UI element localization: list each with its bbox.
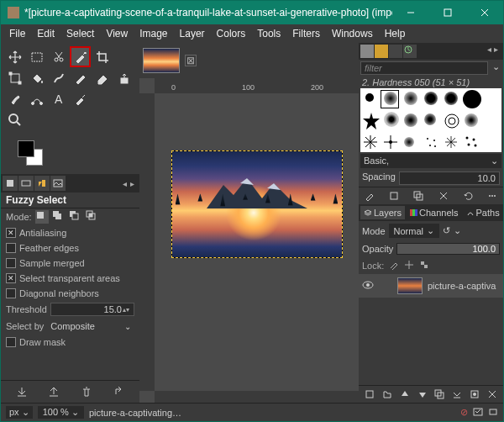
scissors-tool[interactable] xyxy=(48,46,69,67)
mode-replace[interactable] xyxy=(35,210,49,224)
layer-delete-button[interactable] xyxy=(486,388,498,400)
tab-device[interactable] xyxy=(18,176,34,191)
menu-colors[interactable]: Colors xyxy=(212,26,251,41)
threshold-input[interactable]: 15.0▴▾ xyxy=(50,303,134,316)
layer-dup-button[interactable] xyxy=(433,388,445,400)
color-picker-tool[interactable] xyxy=(70,88,91,109)
feather-checkbox[interactable] xyxy=(6,243,16,253)
lock-position-icon[interactable] xyxy=(404,260,414,272)
menu-layer[interactable]: Layer xyxy=(175,26,210,41)
brush-menu-button[interactable] xyxy=(486,190,498,202)
ruler-horizontal[interactable]: 0 100 200 xyxy=(155,78,359,93)
layer-item[interactable]: picture-a-captiva xyxy=(359,274,503,298)
brush-shape-dropdown[interactable]: Basic,⌄ xyxy=(360,154,501,168)
menu-help[interactable]: Help xyxy=(380,26,411,41)
brush-grid[interactable] xyxy=(360,88,501,152)
crop-tool[interactable] xyxy=(92,46,113,67)
brush-del-button[interactable] xyxy=(438,190,449,202)
zoom-tool[interactable] xyxy=(4,109,25,130)
color-swatches[interactable] xyxy=(1,134,139,174)
scrollbar-horizontal[interactable] xyxy=(155,391,359,403)
tab-paths[interactable]: Paths xyxy=(463,206,503,219)
soft-proof-icon[interactable] xyxy=(473,407,483,419)
layer-thumbnail[interactable] xyxy=(397,277,423,294)
dock-tab-patterns[interactable] xyxy=(375,45,388,58)
minimize-button[interactable] xyxy=(392,1,429,24)
fuzzy-select-tool[interactable] xyxy=(70,46,91,67)
smudge-tool[interactable] xyxy=(4,88,25,109)
brush-new-button[interactable] xyxy=(388,190,400,202)
tab-history[interactable] xyxy=(34,176,50,191)
layer-visibility-icon[interactable] xyxy=(362,279,375,293)
opacity-slider[interactable]: 100.0 xyxy=(396,243,500,255)
menu-select[interactable]: Select xyxy=(61,26,99,41)
eraser-tool[interactable] xyxy=(92,67,113,88)
transform-tool[interactable] xyxy=(4,67,25,88)
paintbrush-tool[interactable] xyxy=(70,67,91,88)
tab-menu-caret[interactable]: ◂ xyxy=(123,179,127,188)
fg-color-swatch[interactable] xyxy=(18,140,34,157)
bucket-fill-tool[interactable] xyxy=(26,67,47,88)
text-tool[interactable]: A xyxy=(48,88,69,109)
path-tool[interactable] xyxy=(26,88,47,109)
delete-preset-button[interactable] xyxy=(79,384,94,399)
layer-new-button[interactable] xyxy=(364,388,375,400)
layer-merge-button[interactable] xyxy=(451,388,463,400)
canvas-viewport[interactable] xyxy=(155,93,359,391)
layer-mask-button[interactable] xyxy=(469,388,480,400)
menu-filters[interactable]: Filters xyxy=(287,26,325,41)
filter-chevron-icon[interactable]: ⌄ xyxy=(490,61,501,75)
image-tab-close[interactable]: ⊠ xyxy=(185,55,197,66)
tab-channels[interactable]: Channels xyxy=(406,206,461,219)
tab-images[interactable] xyxy=(50,176,66,191)
menu-edit[interactable]: Edit xyxy=(32,26,60,41)
brush-dup-button[interactable] xyxy=(412,190,424,202)
spacing-input[interactable]: 10.0 xyxy=(399,171,500,185)
menu-file[interactable]: File xyxy=(4,26,30,41)
mode-intersect[interactable] xyxy=(86,210,99,224)
restore-preset-button[interactable] xyxy=(46,384,61,399)
layer-down-button[interactable] xyxy=(417,388,428,400)
brush-filter-input[interactable]: filter xyxy=(360,61,488,75)
brush-refresh-button[interactable] xyxy=(462,190,474,202)
tab-close-caret[interactable]: ▸ xyxy=(130,179,134,188)
tab-tool-options[interactable] xyxy=(3,176,18,191)
ruler-vertical[interactable] xyxy=(139,93,155,391)
unit-dropdown[interactable]: px ⌄ xyxy=(6,406,33,419)
sample-merged-checkbox[interactable] xyxy=(6,258,16,268)
blend-mode-dropdown[interactable]: Normal⌄ xyxy=(389,224,439,238)
menu-windows[interactable]: Windows xyxy=(327,26,378,41)
rect-select-tool[interactable] xyxy=(26,46,47,67)
close-button[interactable] xyxy=(466,1,503,24)
brush-edit-button[interactable] xyxy=(364,190,375,202)
image-tab-thumbnail[interactable] xyxy=(143,48,180,73)
layer-name[interactable]: picture-a-captiva xyxy=(428,281,496,291)
move-tool[interactable] xyxy=(4,46,25,67)
lock-alpha-icon[interactable] xyxy=(419,260,429,272)
lock-pixels-icon[interactable] xyxy=(389,260,399,272)
mode-add[interactable] xyxy=(52,210,66,224)
antialiasing-checkbox[interactable]: ✕ xyxy=(6,228,16,238)
dock-tab-brushes[interactable] xyxy=(360,45,374,58)
diagonal-checkbox[interactable] xyxy=(6,288,16,298)
menu-view[interactable]: View xyxy=(101,26,133,41)
save-preset-button[interactable] xyxy=(14,384,29,399)
layer-group-button[interactable] xyxy=(381,388,393,400)
mode-reset-icon[interactable]: ↺ xyxy=(443,225,450,236)
reset-preset-button[interactable] xyxy=(111,384,126,399)
maximize-button[interactable] xyxy=(429,1,466,24)
selectby-dropdown[interactable]: Composite⌄ xyxy=(47,319,134,333)
menu-image[interactable]: Image xyxy=(134,26,172,41)
dock-tab-history[interactable] xyxy=(403,45,417,58)
tab-layers[interactable]: Layers xyxy=(360,206,405,219)
drawmask-checkbox[interactable] xyxy=(6,337,16,347)
zoom-dropdown[interactable]: 100 % ⌄ xyxy=(38,406,84,419)
menu-tools[interactable]: Tools xyxy=(252,26,286,41)
chevron-down-icon[interactable]: ⌄ xyxy=(454,225,461,236)
layer-up-button[interactable] xyxy=(399,388,411,400)
transparent-checkbox[interactable]: ✕ xyxy=(6,273,16,283)
mode-subtract[interactable] xyxy=(69,210,82,224)
nav-rect-icon[interactable] xyxy=(488,407,498,419)
dock-tab-fonts[interactable] xyxy=(389,45,402,58)
gradient-tool[interactable] xyxy=(48,67,69,88)
